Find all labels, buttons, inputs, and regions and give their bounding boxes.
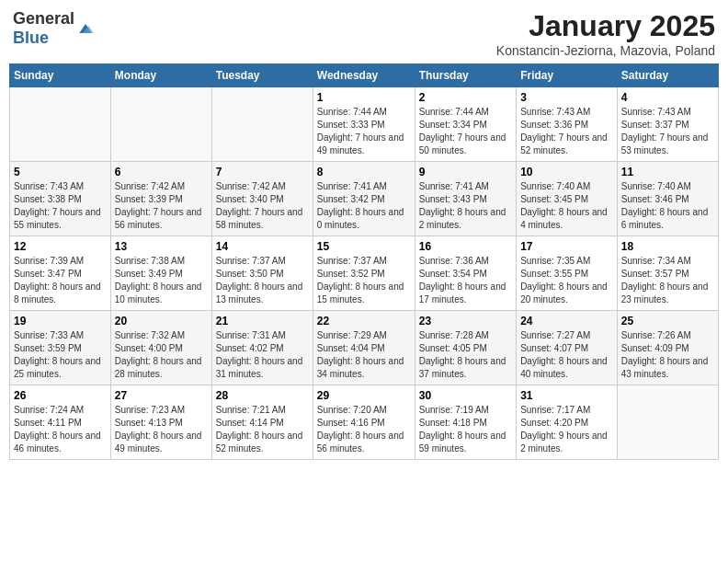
day-number: 1 xyxy=(317,91,411,104)
calendar-cell: 30Sunrise: 7:19 AM Sunset: 4:18 PM Dayli… xyxy=(415,385,516,460)
calendar-cell: 29Sunrise: 7:20 AM Sunset: 4:16 PM Dayli… xyxy=(313,385,415,460)
day-number: 30 xyxy=(419,389,512,402)
day-info: Sunrise: 7:43 AM Sunset: 3:37 PM Dayligh… xyxy=(621,106,714,157)
day-number: 26 xyxy=(14,389,107,402)
calendar-cell: 21Sunrise: 7:31 AM Sunset: 4:02 PM Dayli… xyxy=(211,311,313,385)
calendar-cell: 1Sunrise: 7:44 AM Sunset: 3:33 PM Daylig… xyxy=(313,87,415,162)
calendar-cell: 27Sunrise: 7:23 AM Sunset: 4:13 PM Dayli… xyxy=(110,385,211,460)
day-number: 9 xyxy=(419,166,512,178)
day-number: 29 xyxy=(317,389,411,402)
calendar-cell: 19Sunrise: 7:33 AM Sunset: 3:59 PM Dayli… xyxy=(10,311,111,385)
calendar-cell xyxy=(211,87,313,162)
logo: General Blue xyxy=(13,9,95,48)
logo-icon xyxy=(76,19,95,38)
day-info: Sunrise: 7:17 AM Sunset: 4:20 PM Dayligh… xyxy=(520,404,613,455)
day-info: Sunrise: 7:21 AM Sunset: 4:14 PM Dayligh… xyxy=(216,404,309,455)
calendar-cell xyxy=(617,385,718,460)
day-info: Sunrise: 7:44 AM Sunset: 3:33 PM Dayligh… xyxy=(317,106,411,157)
weekday-header-row: SundayMondayTuesdayWednesdayThursdayFrid… xyxy=(10,64,719,87)
day-number: 17 xyxy=(520,240,613,253)
day-info: Sunrise: 7:43 AM Sunset: 3:38 PM Dayligh… xyxy=(14,180,107,232)
calendar-cell: 10Sunrise: 7:40 AM Sunset: 3:45 PM Dayli… xyxy=(517,162,618,236)
day-number: 19 xyxy=(14,315,107,327)
day-number: 7 xyxy=(216,166,309,178)
calendar-cell: 2Sunrise: 7:44 AM Sunset: 3:34 PM Daylig… xyxy=(415,87,516,162)
day-number: 23 xyxy=(419,315,512,327)
calendar-cell: 15Sunrise: 7:37 AM Sunset: 3:52 PM Dayli… xyxy=(313,236,415,311)
logo-blue: Blue xyxy=(13,29,49,47)
calendar-cell: 23Sunrise: 7:28 AM Sunset: 4:05 PM Dayli… xyxy=(415,311,516,385)
day-info: Sunrise: 7:39 AM Sunset: 3:47 PM Dayligh… xyxy=(14,255,107,306)
day-info: Sunrise: 7:27 AM Sunset: 4:07 PM Dayligh… xyxy=(520,329,613,381)
day-info: Sunrise: 7:40 AM Sunset: 3:45 PM Dayligh… xyxy=(520,180,613,232)
day-info: Sunrise: 7:36 AM Sunset: 3:54 PM Dayligh… xyxy=(419,255,512,306)
calendar-cell: 20Sunrise: 7:32 AM Sunset: 4:00 PM Dayli… xyxy=(110,311,211,385)
subtitle: Konstancin-Jeziorna, Mazovia, Poland xyxy=(496,43,715,58)
day-number: 28 xyxy=(216,389,309,402)
day-info: Sunrise: 7:26 AM Sunset: 4:09 PM Dayligh… xyxy=(621,329,714,381)
month-title: January 2025 xyxy=(496,9,715,43)
day-info: Sunrise: 7:31 AM Sunset: 4:02 PM Dayligh… xyxy=(216,329,309,381)
calendar-cell: 26Sunrise: 7:24 AM Sunset: 4:11 PM Dayli… xyxy=(10,385,111,460)
day-number: 22 xyxy=(317,315,411,327)
day-number: 14 xyxy=(216,240,309,253)
week-row-1: 1Sunrise: 7:44 AM Sunset: 3:33 PM Daylig… xyxy=(10,87,719,162)
calendar-cell: 7Sunrise: 7:42 AM Sunset: 3:40 PM Daylig… xyxy=(211,162,313,236)
week-row-3: 12Sunrise: 7:39 AM Sunset: 3:47 PM Dayli… xyxy=(10,236,719,311)
day-info: Sunrise: 7:37 AM Sunset: 3:52 PM Dayligh… xyxy=(317,255,411,306)
week-row-2: 5Sunrise: 7:43 AM Sunset: 3:38 PM Daylig… xyxy=(10,162,719,236)
calendar-cell: 6Sunrise: 7:42 AM Sunset: 3:39 PM Daylig… xyxy=(110,162,211,236)
calendar-cell: 9Sunrise: 7:41 AM Sunset: 3:43 PM Daylig… xyxy=(415,162,516,236)
day-number: 31 xyxy=(520,389,613,402)
day-number: 12 xyxy=(14,240,107,253)
calendar-cell: 13Sunrise: 7:38 AM Sunset: 3:49 PM Dayli… xyxy=(110,236,211,311)
day-number: 18 xyxy=(621,240,714,253)
page-header: General Blue January 2025 Konstancin-Jez… xyxy=(9,9,719,58)
day-number: 25 xyxy=(621,315,714,327)
day-info: Sunrise: 7:28 AM Sunset: 4:05 PM Dayligh… xyxy=(419,329,512,381)
calendar-cell: 12Sunrise: 7:39 AM Sunset: 3:47 PM Dayli… xyxy=(10,236,111,311)
calendar-cell: 24Sunrise: 7:27 AM Sunset: 4:07 PM Dayli… xyxy=(517,311,618,385)
weekday-header-thursday: Thursday xyxy=(415,64,516,87)
calendar-cell: 31Sunrise: 7:17 AM Sunset: 4:20 PM Dayli… xyxy=(517,385,618,460)
day-info: Sunrise: 7:32 AM Sunset: 4:00 PM Dayligh… xyxy=(115,329,208,381)
calendar-cell xyxy=(10,87,111,162)
weekday-header-monday: Monday xyxy=(110,64,211,87)
calendar-cell: 28Sunrise: 7:21 AM Sunset: 4:14 PM Dayli… xyxy=(211,385,313,460)
day-number: 20 xyxy=(115,315,208,327)
calendar-cell: 11Sunrise: 7:40 AM Sunset: 3:46 PM Dayli… xyxy=(617,162,718,236)
day-number: 24 xyxy=(520,315,613,327)
calendar-cell: 18Sunrise: 7:34 AM Sunset: 3:57 PM Dayli… xyxy=(617,236,718,311)
day-info: Sunrise: 7:35 AM Sunset: 3:55 PM Dayligh… xyxy=(520,255,613,306)
calendar-cell: 16Sunrise: 7:36 AM Sunset: 3:54 PM Dayli… xyxy=(415,236,516,311)
logo-general: General xyxy=(13,9,74,28)
weekday-header-saturday: Saturday xyxy=(617,64,718,87)
day-number: 21 xyxy=(216,315,309,327)
calendar-cell xyxy=(110,87,211,162)
day-info: Sunrise: 7:41 AM Sunset: 3:42 PM Dayligh… xyxy=(317,180,411,232)
day-number: 27 xyxy=(115,389,208,402)
day-info: Sunrise: 7:29 AM Sunset: 4:04 PM Dayligh… xyxy=(317,329,411,381)
weekday-header-sunday: Sunday xyxy=(10,64,111,87)
day-number: 5 xyxy=(14,166,107,178)
day-number: 2 xyxy=(419,91,512,104)
day-number: 6 xyxy=(115,166,208,178)
calendar-cell: 22Sunrise: 7:29 AM Sunset: 4:04 PM Dayli… xyxy=(313,311,415,385)
day-info: Sunrise: 7:33 AM Sunset: 3:59 PM Dayligh… xyxy=(14,329,107,381)
calendar-cell: 3Sunrise: 7:43 AM Sunset: 3:36 PM Daylig… xyxy=(517,87,618,162)
day-info: Sunrise: 7:41 AM Sunset: 3:43 PM Dayligh… xyxy=(419,180,512,232)
day-number: 4 xyxy=(621,91,714,104)
day-info: Sunrise: 7:44 AM Sunset: 3:34 PM Dayligh… xyxy=(419,106,512,157)
calendar-cell: 17Sunrise: 7:35 AM Sunset: 3:55 PM Dayli… xyxy=(517,236,618,311)
week-row-5: 26Sunrise: 7:24 AM Sunset: 4:11 PM Dayli… xyxy=(10,385,719,460)
calendar-table: SundayMondayTuesdayWednesdayThursdayFrid… xyxy=(9,63,719,460)
day-info: Sunrise: 7:20 AM Sunset: 4:16 PM Dayligh… xyxy=(317,404,411,455)
day-info: Sunrise: 7:42 AM Sunset: 3:39 PM Dayligh… xyxy=(115,180,208,232)
day-info: Sunrise: 7:23 AM Sunset: 4:13 PM Dayligh… xyxy=(115,404,208,455)
calendar-cell: 4Sunrise: 7:43 AM Sunset: 3:37 PM Daylig… xyxy=(617,87,718,162)
title-block: January 2025 Konstancin-Jeziorna, Mazovi… xyxy=(496,9,715,58)
weekday-header-wednesday: Wednesday xyxy=(313,64,415,87)
day-info: Sunrise: 7:43 AM Sunset: 3:36 PM Dayligh… xyxy=(520,106,613,157)
calendar-cell: 14Sunrise: 7:37 AM Sunset: 3:50 PM Dayli… xyxy=(211,236,313,311)
day-info: Sunrise: 7:38 AM Sunset: 3:49 PM Dayligh… xyxy=(115,255,208,306)
